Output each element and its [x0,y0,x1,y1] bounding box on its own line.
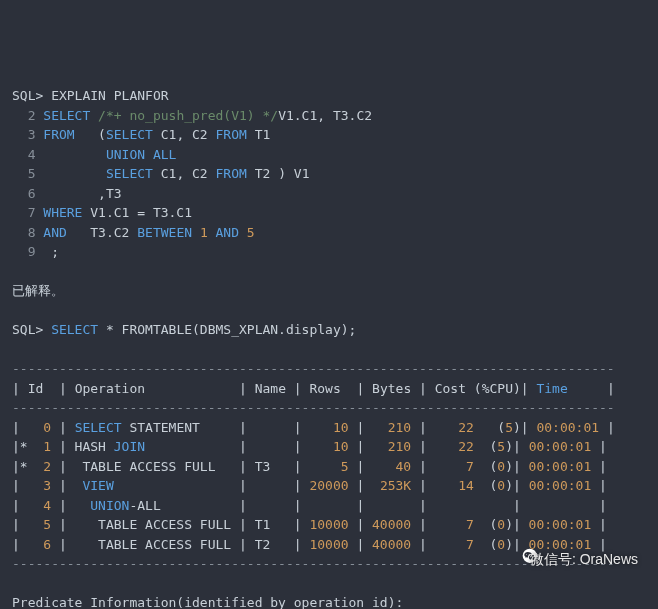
between-keyword: BETWEEN [137,225,192,240]
hint-comment: /*+ no_push_pred(V1) */ [98,108,278,123]
plan-ruler: ----------------------------------------… [12,361,615,376]
select-keyword: SELECT [106,166,153,181]
line-number: 5 [28,166,36,181]
from-keyword: FROM [216,127,247,142]
select-keyword: SELECT [43,108,90,123]
col-bytes: Bytes [372,381,411,396]
union-keyword: UNION ALL [106,147,176,162]
col-cost: Cost (%CPU) [435,381,521,396]
col-id: Id [28,381,44,396]
and-keyword: AND [43,225,66,240]
watermark: 微信号: OraNews [506,527,638,591]
col-name: Name [255,381,286,396]
col-rows: Rows [309,381,340,396]
line-number: 3 [28,127,36,142]
sql-prompt: SQL> [12,322,43,337]
from-keyword: FROM [43,127,74,142]
line-number: 6 [28,186,36,201]
select-keyword: SELECT [51,322,98,337]
from-keyword: FROM [216,166,247,181]
wechat-icon [506,527,522,591]
plan-ruler: ----------------------------------------… [12,400,615,415]
explain-keyword: EXPLAIN PLANFOR [51,88,168,103]
select-keyword: SELECT [106,127,153,142]
line-number: 8 [28,225,36,240]
sql-prompt: SQL> [12,88,43,103]
line-number: 2 [28,108,36,123]
line-number: 7 [28,205,36,220]
predicate-header: Predicate Information(identified by oper… [12,595,403,609]
where-keyword: WHERE [43,205,82,220]
line-number: 4 [28,147,36,162]
col-op: Operation [75,381,145,396]
watermark-text: 微信号: OraNews [530,549,638,570]
col-time: Time [536,381,567,396]
xplan-call: * FROMTABLE(DBMS_XPLAN.display); [98,322,356,337]
explained-message: 已解释。 [12,283,64,298]
line-number: 9 [28,244,36,259]
and-keyword: AND [216,225,239,240]
